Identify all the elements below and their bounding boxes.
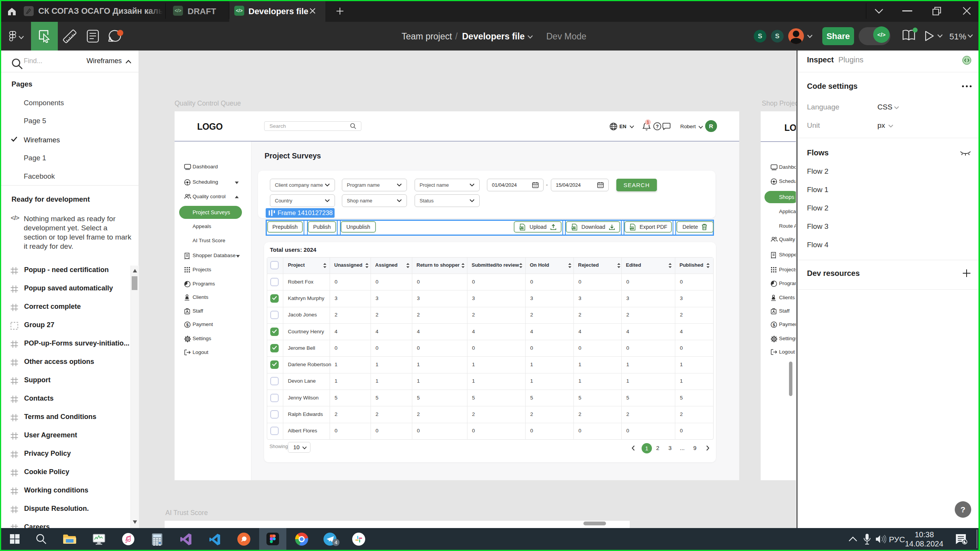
svg-text:XLS: XLS	[572, 227, 576, 229]
svg-text:PDF: PDF	[630, 227, 634, 229]
svg-text:$: $	[773, 323, 775, 327]
svg-text:XLS: XLS	[519, 227, 524, 229]
svg-text:$: $	[186, 323, 188, 327]
svg-text:?: ?	[656, 124, 658, 129]
